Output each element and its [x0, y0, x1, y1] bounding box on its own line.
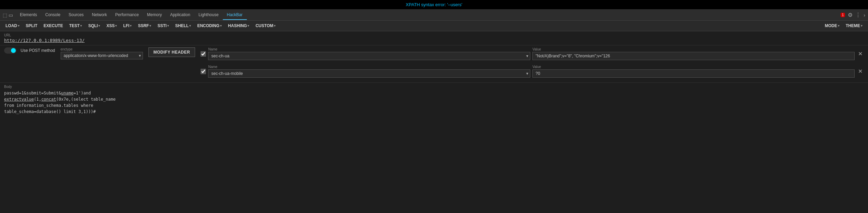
- tab-hackbar[interactable]: HackBar: [223, 10, 247, 20]
- header-2-value-label: Value: [532, 65, 855, 69]
- url-value: http://127.0.0.1:8989/Less-13/: [4, 38, 864, 43]
- header-1-name-select[interactable]: sec-ch-ua: [208, 52, 530, 60]
- tab-sources[interactable]: Sources: [64, 10, 88, 20]
- header-1-name-group: Name sec-ch-ua: [208, 47, 530, 60]
- header-2-checkbox[interactable]: [201, 69, 206, 74]
- body-section: Body passwd=1&submit=Submit&uname=1')and…: [0, 83, 868, 116]
- header-2-name-label: Name: [208, 65, 530, 69]
- header-2-fields: Name sec-ch-ua-mobile Value: [208, 65, 855, 78]
- body-line-2: from information_schema.tables where tab…: [4, 102, 134, 115]
- body-left: Body passwd=1&submit=Submit&uname=1')and…: [4, 85, 134, 115]
- tab-console[interactable]: Console: [41, 10, 64, 20]
- error-bar: XPATH syntax error: '–users': [0, 0, 868, 10]
- tab-elements[interactable]: Elements: [16, 10, 41, 20]
- url-text[interactable]: http://127.0.0.1:8989/Less-13/: [4, 38, 85, 43]
- shell-button[interactable]: SHELL ▾: [172, 22, 194, 30]
- enctype-select[interactable]: application/x-www-form-urlencoded multip…: [61, 52, 143, 59]
- header-entry-2: Name sec-ch-ua-mobile Value ✕: [201, 65, 864, 78]
- tab-lighthouse[interactable]: Lighthouse: [194, 10, 223, 20]
- error-badge: 1: [841, 13, 845, 17]
- header-2-value-input[interactable]: [532, 69, 855, 78]
- body-line-1: passwd=1&submit=Submit&uname=1')and extr…: [4, 90, 134, 102]
- more-icon[interactable]: ⋮: [855, 12, 861, 18]
- enctype-label: enctype: [61, 47, 143, 51]
- url-section: URL http://127.0.0.1:8989/Less-13/: [0, 31, 868, 45]
- hashing-button[interactable]: HASHING ▾: [225, 22, 252, 30]
- header-entry-1: Name sec-ch-ua Value ✕: [201, 47, 864, 60]
- xss-button[interactable]: XSS ▾: [104, 22, 120, 30]
- execute-button[interactable]: EXECUTE: [41, 22, 66, 30]
- tab-memory[interactable]: Memory: [143, 10, 166, 20]
- tab-performance[interactable]: Performance: [111, 10, 143, 20]
- ssti-button[interactable]: SSTI ▾: [155, 22, 172, 30]
- enctype-wrapper: application/x-www-form-urlencoded multip…: [61, 52, 143, 59]
- theme-button[interactable]: THEME ▾: [843, 22, 865, 30]
- body-text[interactable]: passwd=1&submit=Submit&uname=1')and extr…: [4, 90, 134, 115]
- header-2-name-group: Name sec-ch-ua-mobile: [208, 65, 530, 78]
- header-2-name-select[interactable]: sec-ch-ua-mobile: [208, 69, 530, 78]
- header-1-checkbox[interactable]: [201, 51, 206, 57]
- load-caret: ▾: [18, 24, 20, 27]
- modify-header-button[interactable]: MODIFY HEADER: [148, 47, 195, 57]
- header-2-delete-button[interactable]: ✕: [857, 68, 864, 75]
- header-1-fields: Name sec-ch-ua Value: [208, 47, 855, 60]
- settings-icon[interactable]: ⚙: [848, 12, 853, 18]
- tab-application[interactable]: Application: [166, 10, 194, 20]
- lfi-button[interactable]: LFI ▾: [120, 22, 134, 30]
- post-label: Use POST method: [21, 48, 55, 53]
- encoding-button[interactable]: ENCODING ▾: [194, 22, 225, 30]
- hackbar-toolbar: LOAD ▾ SPLIT EXECUTE TEST ▾ SQLI ▾ XSS ▾…: [0, 21, 868, 31]
- header-1-name-label: Name: [208, 47, 530, 51]
- test-button[interactable]: TEST ▾: [67, 22, 85, 30]
- error-text: XPATH syntax error: '–users': [406, 2, 462, 7]
- tab-network[interactable]: Network: [88, 10, 111, 20]
- inspect-icon[interactable]: ⬚: [3, 12, 7, 18]
- header-1-value-label: Value: [532, 47, 855, 51]
- post-toggle[interactable]: [4, 47, 16, 54]
- toolbar-right: MODE ▾ THEME ▾: [822, 22, 865, 30]
- device-icon[interactable]: ▭: [9, 12, 13, 18]
- load-button[interactable]: LOAD ▾: [3, 22, 22, 30]
- header-2-value-group: Value: [532, 65, 855, 78]
- sqli-button[interactable]: SQLI ▾: [85, 22, 103, 30]
- mode-button[interactable]: MODE ▾: [822, 22, 842, 30]
- header-1-value-input[interactable]: [532, 52, 855, 60]
- custom-button[interactable]: CUSTOM ▾: [253, 22, 278, 30]
- split-button[interactable]: SPLIT: [23, 22, 40, 30]
- url-label: URL: [4, 33, 864, 37]
- header-1-delete-button[interactable]: ✕: [857, 51, 864, 57]
- ssrf-button[interactable]: SSRF ▾: [135, 22, 154, 30]
- devtools-icons: ⬚ ▭: [3, 12, 13, 18]
- chevron-right-icon[interactable]: ›: [864, 12, 865, 18]
- body-label: Body: [4, 85, 134, 89]
- header-1-value-group: Value: [532, 47, 855, 60]
- devtools-tab-right: 1 ⚙ ⋮ ›: [841, 12, 865, 18]
- devtools-tab-bar: ⬚ ▭ Elements Console Sources Network Per…: [0, 10, 868, 21]
